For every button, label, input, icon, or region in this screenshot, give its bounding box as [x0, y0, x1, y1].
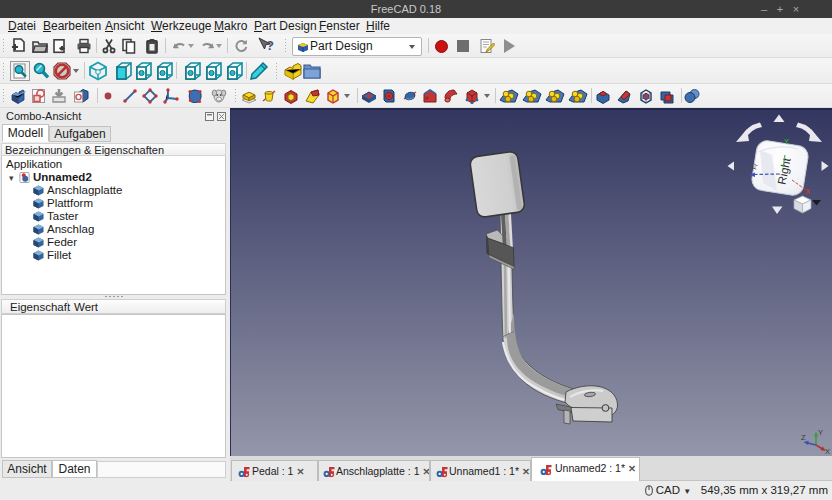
svg-text:Y: Y	[818, 428, 823, 437]
svg-text:Y: Y	[784, 137, 789, 146]
svg-text:X: X	[825, 447, 830, 456]
svg-text:X: X	[805, 187, 810, 196]
svg-text:Z: Z	[801, 433, 806, 442]
